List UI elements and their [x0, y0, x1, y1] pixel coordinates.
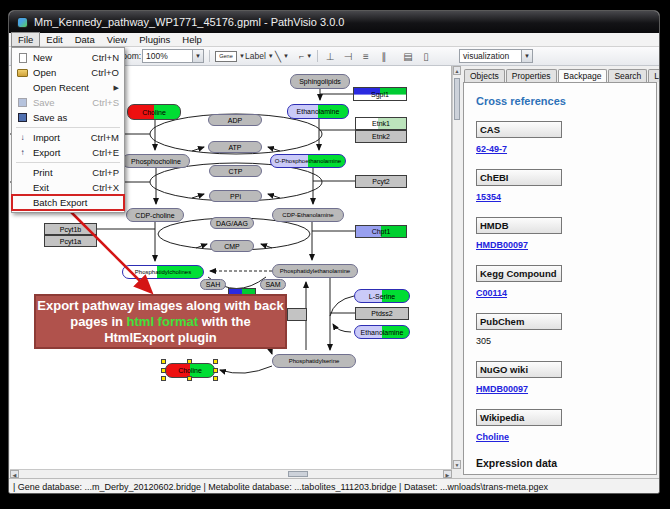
menu-item-save-as[interactable]: Save as	[12, 110, 124, 125]
callout-text: HtmlExport plugin	[104, 330, 217, 345]
pathway-node-l-serine[interactable]: L-Serine	[354, 289, 410, 303]
common-size-icon[interactable]: ▤	[401, 51, 415, 62]
tab-objects[interactable]: Objects	[464, 69, 505, 82]
scroll-left-icon[interactable]: ◀	[10, 470, 19, 478]
selection-handle[interactable]	[161, 376, 166, 381]
pathway-node-pcyt2[interactable]: Pcyt2	[355, 175, 407, 188]
scroll-down-icon[interactable]: ▼	[453, 460, 461, 469]
selection-handle[interactable]	[187, 359, 192, 364]
pathway-node-ppi[interactable]: PPi	[209, 190, 262, 202]
pathway-node-pcyt1b[interactable]: Pcyt1b	[44, 223, 97, 235]
pathway-node-dag-aag[interactable]: DAG/AAG	[210, 217, 254, 229]
pathway-node-cdp-ethanolamine[interactable]: CDP-Ethanolamine	[272, 208, 344, 222]
connector-tool-button[interactable]: ⌐▼	[299, 49, 312, 63]
visualization-combobox[interactable]: visualization ▼	[459, 49, 533, 63]
label-tool-button[interactable]: Label▼	[245, 49, 274, 63]
callout-highlight-text: html format	[127, 314, 199, 329]
vertical-scroll-thumb[interactable]	[454, 78, 460, 120]
menu-item-shortcut: Ctrl+X	[92, 182, 119, 193]
pathway-node-etnk1[interactable]: Etnk1	[355, 117, 407, 130]
menu-item-shortcut: Ctrl+M	[91, 132, 119, 143]
xref-database-name: NuGO wiki	[476, 361, 562, 378]
pathway-node-phosphocholine[interactable]: Phosphocholine	[122, 154, 190, 168]
menu-item-open-recent[interactable]: Open Recent▶	[12, 80, 124, 95]
pathway-node-phosphatidylcholines[interactable]: Phosphatidylcholines	[122, 265, 204, 279]
menu-item-import[interactable]: ↓ImportCtrl+M	[12, 130, 124, 145]
horizontal-scrollbar[interactable]: ◀ ▶	[10, 469, 452, 478]
visualization-dropdown-arrow-icon[interactable]: ▼	[521, 50, 532, 62]
menubar-item-help[interactable]: Help	[176, 33, 208, 46]
pathway-node-atp[interactable]: ATP	[208, 141, 262, 153]
menu-item-new[interactable]: NewCtrl+N	[12, 50, 124, 65]
xref-link[interactable]: Choline	[476, 432, 509, 442]
pathway-node-chpt1[interactable]: Chpt1	[355, 225, 407, 238]
xref-link[interactable]: HMDB00097	[476, 240, 528, 250]
import-icon: ↓	[16, 132, 29, 144]
pathway-node-sgpl1[interactable]: Sgpl1	[353, 87, 407, 101]
pathway-node-phosphatidylethanolamine[interactable]: Phosphatidylethanolamine	[272, 264, 358, 278]
stack-horizontal-icon[interactable]: ∥	[377, 51, 391, 62]
menubar-item-plugins[interactable]: Plugins	[133, 33, 176, 46]
selection-handle[interactable]	[161, 359, 166, 364]
menubar-item-edit[interactable]: Edit	[40, 33, 68, 46]
selection-handle[interactable]	[187, 376, 192, 381]
line-tool-button[interactable]: ╲▼	[275, 49, 289, 63]
scroll-right-icon[interactable]: ▶	[443, 470, 452, 478]
pathway-node-ptdss2[interactable]: Ptdss2	[355, 307, 409, 320]
pathway-node-sah[interactable]: SAH	[200, 279, 226, 290]
menu-item-save[interactable]: SaveCtrl+S	[12, 95, 124, 110]
menu-item-open[interactable]: OpenCtrl+O	[12, 65, 124, 80]
menubar-item-view[interactable]: View	[101, 33, 133, 46]
tab-search[interactable]: Search	[608, 69, 647, 82]
tab-legend[interactable]: Legend	[648, 69, 660, 82]
selection-handle[interactable]	[213, 368, 218, 373]
pathway-node-sphingolipids[interactable]: Sphingolipids	[290, 74, 350, 89]
pathway-node-choline-top[interactable]: Choline	[127, 104, 181, 120]
menu-item-batch-export[interactable]: Batch Export	[12, 195, 124, 210]
selection-handle[interactable]	[213, 376, 218, 381]
scroll-up-icon[interactable]: ▲	[453, 66, 461, 75]
menu-item-export[interactable]: ↑ExportCtrl+E	[12, 145, 124, 160]
pathway-node-o-phosphoethanolamine[interactable]: O-Phosphoethanolamine	[270, 154, 346, 168]
xref-link[interactable]: C00114	[476, 288, 507, 298]
menu-item-print[interactable]: PrintCtrl+P	[12, 165, 124, 180]
pathway-node-pcyt1a[interactable]: Pcyt1a	[44, 235, 97, 247]
xref-link[interactable]: 62-49-7	[476, 144, 507, 154]
pathway-node-phosphatidylserine[interactable]: Phosphatidylserine	[272, 354, 356, 368]
menu-item-shortcut: Ctrl+S	[92, 97, 119, 108]
tab-properties[interactable]: Properties	[506, 69, 557, 82]
zoom-dropdown-arrow-icon[interactable]: ▼	[192, 50, 203, 62]
gene-tool-button[interactable]: Gene▼	[215, 49, 245, 63]
align-center-y-icon[interactable]: ⊣	[341, 51, 355, 62]
cross-references-list: CAS62-49-7ChEBI15354HMDBHMDB00097Kegg Co…	[476, 121, 656, 444]
status-bar: | Gene database: ...m_Derby_20120602.bri…	[9, 478, 659, 494]
open-icon	[16, 67, 29, 79]
menu-item-exit[interactable]: ExitCtrl+X	[12, 180, 124, 195]
tab-backpage[interactable]: Backpage	[558, 69, 608, 83]
pathway-node-etnk2[interactable]: Etnk2	[355, 130, 407, 143]
xref-link[interactable]: 15354	[476, 192, 501, 202]
selection-handle[interactable]	[213, 359, 218, 364]
pathway-node-psd-box[interactable]	[287, 308, 307, 321]
pathway-node-adp[interactable]: ADP	[208, 114, 262, 126]
zoom-combobox[interactable]: 100% ▼	[142, 49, 204, 63]
selection-handle[interactable]	[161, 368, 166, 373]
pathway-node-ethanolamine-top[interactable]: Ethanolamine	[287, 104, 349, 119]
expression-data-heading: Expression data	[476, 457, 656, 469]
pathway-node-cmp[interactable]: CMP	[210, 240, 254, 252]
vertical-scrollbar[interactable]: ▲ ▼	[452, 66, 461, 469]
menubar-item-data[interactable]: Data	[69, 33, 101, 46]
pathway-node-sam[interactable]: SAM	[260, 279, 286, 290]
pathway-node-ctp[interactable]: CTP	[209, 165, 262, 177]
align-center-x-icon[interactable]: ⊥	[323, 51, 337, 62]
stack-vertical-icon[interactable]: ≡	[359, 51, 373, 62]
pathway-node-cdp-choline[interactable]: CDP-choline	[126, 208, 184, 222]
xref-section-kegg-compound: Kegg CompoundC00114	[476, 265, 656, 300]
xref-link[interactable]: HMDB00097	[476, 384, 528, 394]
pathway-node-ethanolamine-bottom[interactable]: Ethanolamine	[354, 325, 410, 339]
line-tool-icon: ╲	[275, 51, 281, 62]
menubar-item-file[interactable]: File	[11, 32, 40, 47]
xref-database-name: Kegg Compound	[476, 265, 562, 282]
selection-box-icon[interactable]: ▯	[419, 51, 433, 62]
horizontal-scroll-thumb[interactable]	[288, 471, 308, 477]
